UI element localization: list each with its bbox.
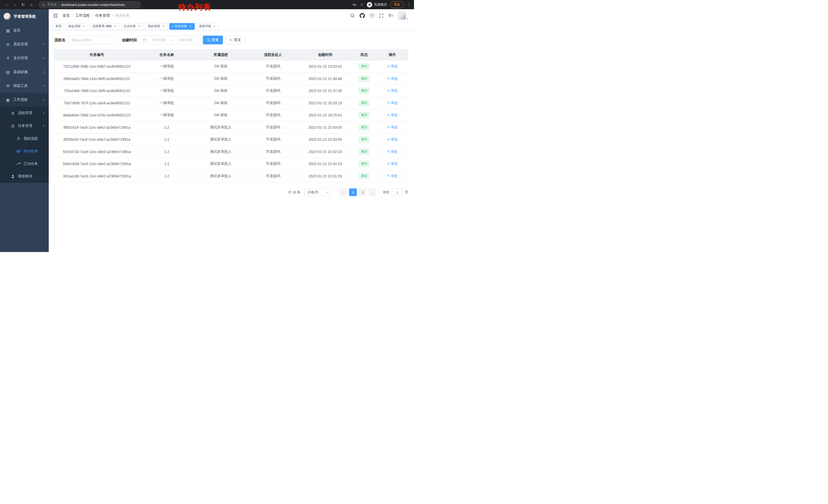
app-shell: 芋道管理系统 ▦ 首页 ⚙ 系统管理 ∨ ¥ 支付管理 ∨ ▤	[0, 9, 414, 252]
cell-task-name: 一级审批	[139, 64, 194, 69]
browser-reload-icon[interactable]: ↻	[19, 1, 27, 8]
sidebar-item-label: 支付管理	[13, 56, 28, 60]
tab-my-process[interactable]: 我的流程 ×	[145, 23, 168, 30]
reset-button[interactable]: ↻ 重置	[225, 36, 245, 44]
infrastructure-icon: ▤	[5, 70, 11, 75]
approve-link[interactable]: ✎ 审批	[387, 77, 398, 81]
close-icon[interactable]: ×	[213, 25, 216, 28]
bookmark-star-icon[interactable]: ☆	[360, 2, 364, 7]
close-icon[interactable]: ×	[113, 25, 117, 28]
tab-todo-tasks[interactable]: ● 待办任务 ×	[169, 23, 195, 30]
cell-created-time: 2022-01-21 22:41:29	[299, 174, 352, 178]
tab-home[interactable]: 首页	[53, 23, 64, 30]
workflow-submenu: ≣ 流程管理 ∨ ⊟ 任务管理 ∧ 我的流程	[0, 107, 49, 183]
table-row: a6aba0a4-7b6d-11ec-b781-acde48001122 一级审…	[54, 109, 408, 122]
cell-actions: ✎ 审批	[377, 174, 408, 178]
tab-label: 已办任务	[124, 24, 136, 29]
close-icon[interactable]: ×	[189, 25, 192, 28]
next-page-button[interactable]: ›	[369, 188, 376, 196]
key-icon[interactable]	[353, 3, 357, 7]
font-size-icon[interactable]: T T	[388, 13, 393, 18]
approve-link[interactable]: ✎ 审批	[387, 149, 398, 154]
goto-page-input[interactable]	[392, 188, 403, 196]
process-name-label: 流程名	[54, 38, 66, 43]
approve-link[interactable]: ✎ 审批	[387, 137, 398, 142]
browser-home-icon[interactable]: ⌂	[28, 1, 35, 8]
reset-button-label: 重置	[234, 38, 241, 42]
sidebar-item-my-process[interactable]: 我的流程	[0, 132, 49, 145]
approve-link[interactable]: ✎ 审批	[387, 88, 398, 93]
prev-page-button[interactable]: ‹	[339, 188, 347, 196]
sidebar-toggle-icon[interactable]	[53, 13, 58, 18]
approve-link[interactable]: ✎ 审批	[387, 113, 398, 118]
page-size-select[interactable]: 10条/页 ▾	[304, 188, 331, 196]
approve-link[interactable]: ✎ 审批	[387, 101, 398, 105]
date-range-picker[interactable]: 开始日期 - 结束日期	[140, 36, 199, 44]
page-button-1[interactable]: 1	[349, 188, 357, 196]
fullscreen-icon[interactable]	[379, 13, 383, 18]
calendar-icon	[142, 38, 147, 42]
tab-process-detail[interactable]: 流程详情 ×	[196, 23, 219, 30]
cell-task-id: 580e1b3d-7ac8-11ec-a9e2-a2380e71991a	[54, 162, 139, 166]
table-row: 75d72608-7b7f-11ec-a3c8-acde48001122 一级审…	[54, 97, 408, 109]
cell-task-name: 一级审批	[139, 88, 194, 93]
github-icon[interactable]	[360, 13, 365, 18]
help-icon[interactable]: ?	[370, 13, 374, 18]
approve-link[interactable]: ✎ 审批	[387, 174, 398, 178]
browser-forward-icon[interactable]: →	[11, 1, 18, 8]
chevron-down-icon: ∨	[43, 84, 45, 87]
filter-form: 流程名 创建时间 开始日期 - 结束日期	[54, 36, 408, 44]
sidebar-item-todo-tasks[interactable]: 待办任务	[0, 145, 49, 157]
approve-link[interactable]: ✎ 审批	[387, 64, 398, 69]
cell-initiator: 芋道源码	[247, 101, 299, 105]
caret-down-icon: ▾	[327, 191, 328, 194]
breadcrumb-home[interactable]: 首页	[63, 13, 70, 18]
user-avatar-menu[interactable]: ▾	[398, 11, 408, 20]
tab-label: 流程详情	[199, 24, 211, 29]
approve-link-label: 审批	[391, 88, 398, 93]
process-list-icon: ≣	[10, 111, 15, 116]
sidebar-item-done-tasks[interactable]: 已办任务	[0, 157, 49, 170]
cell-status: 激活	[352, 124, 377, 131]
sidebar-item-leave-query[interactable]: 请假查询	[0, 170, 49, 183]
status-badge: 激活	[358, 124, 370, 131]
approve-link[interactable]: ✎ 审批	[387, 125, 398, 130]
process-name-input[interactable]	[69, 36, 115, 44]
search-button[interactable]: 搜索	[203, 36, 223, 44]
start-date-placeholder: 开始日期	[148, 38, 170, 42]
browser-update-button[interactable]: 更新	[390, 1, 404, 8]
incognito-badge: 无痕模式	[367, 2, 387, 7]
tab-done-tasks[interactable]: 已办任务 ×	[121, 23, 143, 30]
tab-process-form-edit[interactable]: 流程表单-编辑 ×	[90, 23, 120, 30]
close-icon[interactable]: ×	[162, 25, 165, 28]
cell-process: OA 请假	[194, 64, 247, 69]
sidebar-item-process-management[interactable]: ≣ 流程管理 ∨	[0, 107, 49, 120]
sidebar-item-infrastructure[interactable]: ▤ 基础设施 ∨	[0, 65, 49, 79]
status-badge: 激活	[358, 76, 370, 82]
sidebar-item-workflow[interactable]: ▣ 工作流程 ∧	[0, 93, 49, 107]
sidebar-item-home[interactable]: ▦ 首页	[0, 24, 49, 37]
cell-task-id: 381aa1dd-7ac8-11ec-a9e2-a2380e71991a	[54, 174, 139, 178]
cell-actions: ✎ 审批	[377, 137, 408, 142]
sidebar-item-devtools[interactable]: ⚒ 研发工具 ∨	[0, 79, 49, 93]
sidebar-item-task-management[interactable]: ⊟ 任务管理 ∧	[0, 120, 49, 132]
cell-created-time: 2022-01-22 20:33:10	[299, 101, 352, 105]
omnibox-divider	[59, 3, 59, 6]
browser-menu-icon[interactable]: ⋮	[407, 2, 411, 7]
sidebar-item-payment[interactable]: ¥ 支付管理 ∨	[0, 51, 49, 65]
close-icon[interactable]: ×	[137, 25, 141, 28]
cell-created-time: 2022-01-22 23:53:32	[299, 64, 352, 68]
tab-start-process[interactable]: 发起流程 ×	[66, 23, 88, 30]
page-button-2[interactable]: 2	[359, 188, 367, 196]
close-icon[interactable]: ×	[82, 25, 86, 28]
font-size-small-letter: T	[391, 14, 393, 18]
browser-back-icon[interactable]: ←	[3, 1, 10, 8]
approve-link-label: 审批	[391, 137, 398, 142]
cell-created-time: 2022-01-22 21:37:30	[299, 89, 352, 93]
active-dot-icon: ●	[172, 25, 173, 27]
approve-link[interactable]: ✎ 审批	[387, 162, 398, 166]
sidebar-item-system[interactable]: ⚙ 系统管理 ∨	[0, 37, 49, 51]
search-icon[interactable]	[350, 13, 355, 18]
address-bar[interactable]: ⚠ 不安全 dashboard.yudao.iocoder.cn/bpm/tas…	[38, 1, 141, 8]
security-warning-icon: ⚠	[42, 3, 45, 7]
